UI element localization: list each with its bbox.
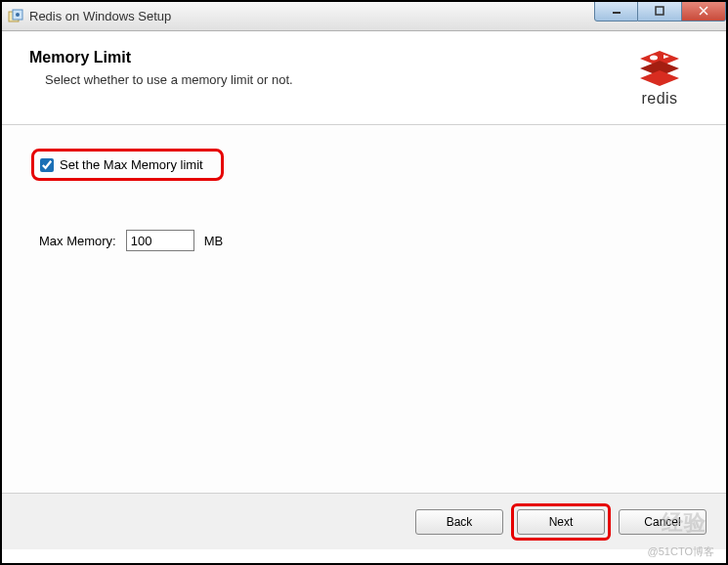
window-title: Redis on Windows Setup [29,9,171,23]
set-max-memory-checkbox[interactable] [40,158,54,172]
svg-point-10 [650,56,658,61]
cancel-button[interactable]: Cancel [619,509,707,535]
titlebar: Redis on Windows Setup [2,2,726,31]
set-max-memory-label[interactable]: Set the Max Memory limit [60,157,203,172]
max-memory-row: Max Memory: MB [39,230,697,251]
watermark-text: @51CTO博客 [648,544,714,559]
wizard-footer: Back Next Cancel [2,493,726,549]
installer-icon [8,9,23,24]
window-controls [594,0,726,22]
maximize-button[interactable] [638,0,682,22]
max-memory-unit: MB [204,234,224,248]
redis-logo-text: redis [621,90,699,108]
svg-marker-9 [640,70,679,86]
wizard-content: Set the Max Memory limit Max Memory: MB [2,125,726,493]
wizard-header: Memory Limit Select whether to use a mem… [2,31,726,125]
back-button[interactable]: Back [415,509,503,535]
close-button[interactable] [682,0,726,22]
set-max-memory-checkbox-row: Set the Max Memory limit [31,149,224,181]
max-memory-label: Max Memory: [39,234,116,248]
max-memory-input[interactable] [126,230,194,251]
svg-rect-4 [656,7,664,15]
next-button[interactable]: Next [517,509,605,535]
redis-cube-icon [636,49,683,88]
redis-logo: redis [621,49,699,108]
svg-point-2 [16,13,20,17]
page-title: Memory Limit [29,49,293,66]
next-button-highlight: Next [511,503,611,541]
minimize-button[interactable] [594,0,638,22]
page-subtitle: Select whether to use a memory limit or … [45,72,293,87]
